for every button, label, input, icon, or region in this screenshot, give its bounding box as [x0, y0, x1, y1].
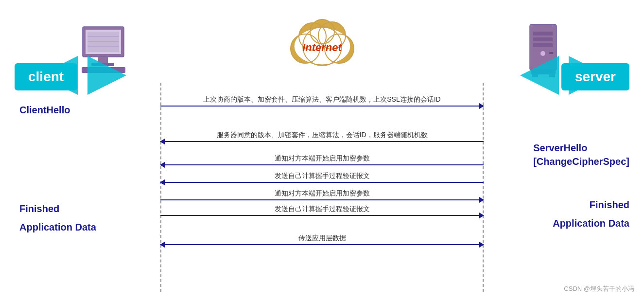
message-5-arrow [160, 199, 484, 200]
svg-rect-27 [549, 52, 553, 54]
message-5-text: 通知对方本端开始启用加密参数 [160, 189, 484, 198]
client-label: client [15, 63, 77, 90]
message-6-block: 发送自己计算握手过程验证报文 [160, 204, 484, 216]
message-7-block: 传送应用层数据 [160, 233, 484, 245]
message-2-block: 服务器同意的版本、加密套件，压缩算法，会话ID，服务器端随机机数 [160, 130, 484, 142]
svg-point-26 [540, 51, 545, 56]
message-1-block: 上次协商的版本、加密套件、压缩算法、客户端随机数，上次SSL连接的会话ID [160, 95, 484, 107]
message-5-block: 通知对方本端开始启用加密参数 [160, 189, 484, 200]
message-6-text: 发送自己计算握手过程验证报文 [160, 204, 484, 214]
message-2-arrow [160, 141, 484, 142]
server-label: server [561, 63, 629, 90]
message-4-text: 发送自己计算握手过程验证报文 [160, 171, 484, 181]
message-1-text: 上次协商的版本、加密套件、压缩算法、客户端随机数，上次SSL连接的会话ID [160, 95, 484, 105]
internet-label: Internet [302, 41, 342, 54]
client-timeline [160, 83, 161, 292]
server-timeline [483, 83, 484, 292]
label-serverhello: ServerHello [ChangeCipherSpec] [533, 141, 629, 168]
message-7-arrow [160, 244, 484, 245]
message-3-block: 通知对方本端开始启用加密参数 [160, 154, 484, 165]
label-finished-right: Finished [590, 199, 629, 211]
watermark: CSDN @埋头苦干的小冯 [564, 285, 634, 293]
svg-rect-18 [87, 32, 119, 52]
serverhello-text: ServerHello [533, 143, 587, 153]
label-clienthello: ClientHello [19, 105, 70, 116]
internet-cloud [274, 7, 371, 71]
message-3-text: 通知对方本端开始启用加密参数 [160, 154, 484, 163]
svg-marker-32 [87, 56, 126, 95]
label-appdata-right: Application Data [553, 218, 629, 229]
svg-rect-23 [533, 32, 553, 36]
message-4-arrow [160, 182, 484, 183]
message-6-arrow [160, 215, 484, 216]
svg-rect-25 [533, 43, 553, 47]
message-4-block: 发送自己计算握手过程验证报文 [160, 171, 484, 183]
svg-rect-24 [533, 37, 553, 41]
changecipherspec-text: [ChangeCipherSpec] [533, 156, 629, 167]
message-3-arrow [160, 164, 484, 165]
svg-marker-34 [520, 56, 559, 95]
label-finished-left: Finished [19, 203, 59, 214]
message-2-text: 服务器同意的版本、加密套件，压缩算法，会话ID，服务器端随机机数 [160, 130, 484, 140]
message-1-arrow [160, 106, 484, 107]
message-7-text: 传送应用层数据 [160, 233, 484, 243]
label-appdata-left: Application Data [19, 222, 96, 233]
diagram-container: Internet [0, 0, 644, 303]
